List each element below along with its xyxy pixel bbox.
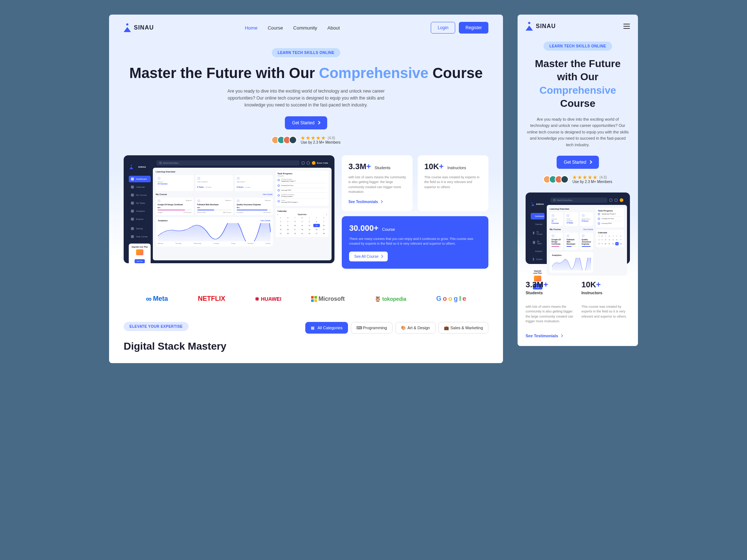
sb-explore[interactable]: Explore (129, 216, 151, 222)
instructors-card: 10K+Instructors This course was created … (418, 155, 488, 211)
main-nav: Home Course Community About (245, 25, 340, 31)
see-testimonials-link[interactable]: See Testimonials (348, 200, 382, 204)
filter-all[interactable]: ▦All Categories (305, 322, 348, 334)
categories-section: ELEVATE YOUR EXPERTISE Digital Stack Mas… (109, 315, 503, 363)
hero-desc: Are you ready to dive into the exciting … (218, 88, 394, 109)
microsoft-logo: Microsoft (311, 296, 345, 302)
star-rating: (4.8) (572, 175, 612, 180)
search-icon (159, 162, 162, 164)
avatar (312, 161, 316, 165)
logo-text: SINAU (536, 23, 556, 30)
svg-rect-3 (314, 299, 317, 302)
sb-calendar[interactable]: Calendar (129, 184, 151, 190)
hero-pill: LEARN TECH SKILLS ONLINE (543, 42, 612, 51)
star-icon (321, 136, 325, 140)
mobile-stats: 3.3M+ Students 10K+ Instructors with lot… (518, 273, 638, 346)
nav-home[interactable]: Home (245, 25, 258, 31)
dash-sidebar: SINAU Dashboard Calendar My Course My Ta… (127, 158, 153, 260)
search-input[interactable]: Search Everything... (156, 160, 299, 166)
get-started-button[interactable]: Get Started (557, 156, 599, 169)
login-button[interactable]: Login (431, 22, 455, 34)
nav-about[interactable]: About (328, 25, 340, 31)
filter-sales[interactable]: 💼Sales & Marketing (438, 322, 488, 334)
filter-art[interactable]: 🎨Art & Design (395, 322, 436, 334)
star-icon (311, 136, 315, 140)
see-testimonials-link[interactable]: See Testimonials (526, 334, 562, 338)
sb-mycourse[interactable]: My Course (129, 192, 151, 198)
tokopedia-logo: 🦉tokopedia (375, 296, 406, 302)
svg-rect-1 (314, 296, 317, 299)
bell-icon[interactable] (302, 162, 305, 164)
view-details-link[interactable]: View Details (263, 193, 272, 195)
nav-course[interactable]: Course (268, 25, 283, 31)
dash-topbar: Search Everything... Burton Yudha (153, 158, 332, 168)
netflix-logo: NETFLIX (198, 295, 225, 303)
auth-buttons: Login Register (431, 22, 488, 34)
logo-text: SINAU (134, 24, 154, 31)
code-icon: ⌨ (356, 326, 361, 330)
brand-logos: ∞Meta NETFLIX ❋HUAWEI Microsoft 🦉tokoped… (109, 280, 503, 315)
briefcase-icon: 💼 (444, 326, 448, 330)
logo[interactable]: SINAU (124, 23, 154, 32)
analytics-chart (158, 223, 271, 241)
instructors-stat: 10K+ Instructors (581, 280, 630, 295)
members-text: Use by 2.3 M+ Members (301, 140, 340, 144)
analytics-view-details[interactable]: View Details (260, 219, 270, 222)
menu-icon[interactable] (623, 24, 630, 29)
rating-value: (4.8) (328, 136, 335, 140)
hero: LEARN TECH SKILLS ONLINE Master the Futu… (109, 41, 503, 144)
sb-analytics[interactable]: Analytics (129, 208, 151, 214)
category-filters: ▦All Categories ⌨Programming 🎨Art & Desi… (305, 322, 488, 334)
logo-icon (526, 22, 533, 31)
expertise-pill: ELEVATE YOUR EXPERTISE (124, 322, 189, 331)
dashboard-preview: SINAU Dashboard Calendar My Course My Ta… (124, 155, 334, 263)
register-button[interactable]: Register (459, 22, 488, 34)
user-menu[interactable]: Burton Yudha (312, 161, 328, 165)
chevron-right-icon (317, 121, 321, 125)
stats-column: 3.3M+Students with lots of users means t… (342, 155, 488, 269)
mail-icon[interactable] (307, 162, 310, 164)
star-icon (306, 136, 310, 140)
mobile-hero: LEARN TECH SKILLS ONLINE Master the Futu… (518, 38, 638, 184)
students-card: 3.3M+Students with lots of users means t… (342, 155, 413, 211)
svg-rect-0 (311, 296, 314, 299)
star-icon (316, 136, 320, 140)
hero-title: Master the Future with Our Comprehensive… (124, 64, 488, 82)
chevron-right-icon (380, 200, 383, 203)
courses-card: 30.000+Course There are many courses tha… (342, 216, 488, 269)
see-all-course-button[interactable]: See All Course (349, 252, 388, 261)
categories-title: Digital Stack Mastery (124, 341, 227, 352)
svg-rect-2 (311, 299, 314, 302)
star-rating: (4.8) (301, 136, 340, 140)
students-stat: 3.3M+ Students (526, 280, 574, 295)
google-logo: Google (436, 295, 466, 303)
sb-mytasks[interactable]: My Tasks (129, 200, 151, 206)
logo-icon (124, 23, 131, 32)
rating-row: (4.8) Use by 2.3 M+ Members (124, 136, 488, 144)
logo[interactable]: SINAU (526, 22, 556, 31)
star-icon (301, 136, 305, 140)
palette-icon: 🎨 (401, 326, 405, 330)
sb-help[interactable]: Help Center (129, 233, 151, 240)
avatar (289, 136, 297, 144)
member-avatars (543, 175, 569, 183)
hero-pill: LEARN TECH SKILLS ONLINE (272, 48, 340, 57)
filter-programming[interactable]: ⌨Programming (351, 322, 392, 334)
nav-community[interactable]: Community (293, 25, 317, 31)
meta-logo: ∞Meta (146, 294, 168, 304)
header: SINAU Home Course Community About Login … (109, 15, 503, 41)
huawei-logo: ❋HUAWEI (255, 296, 281, 302)
see-plan-button[interactable]: See Plan (135, 259, 145, 263)
sb-setting[interactable]: Setting (129, 225, 151, 232)
books-icon (136, 249, 143, 255)
overview-title: Learning Overview (156, 171, 273, 173)
sb-dashboard[interactable]: Dashboard (129, 176, 151, 182)
dashboard-preview-mobile: SINAU Dashboard Calendar My Course My Ta… (526, 192, 630, 264)
hero-title: Master the Future with Our Comprehensive… (526, 57, 630, 110)
rating-row: (4.8) Use by 2.3 M+ Members (526, 175, 630, 184)
microsoft-icon (311, 296, 317, 302)
member-avatars (271, 136, 297, 144)
upgrade-card: Upgrade your Plan See Plan (129, 244, 151, 265)
mobile-header: SINAU (518, 15, 638, 38)
get-started-button[interactable]: Get Started (285, 116, 327, 129)
